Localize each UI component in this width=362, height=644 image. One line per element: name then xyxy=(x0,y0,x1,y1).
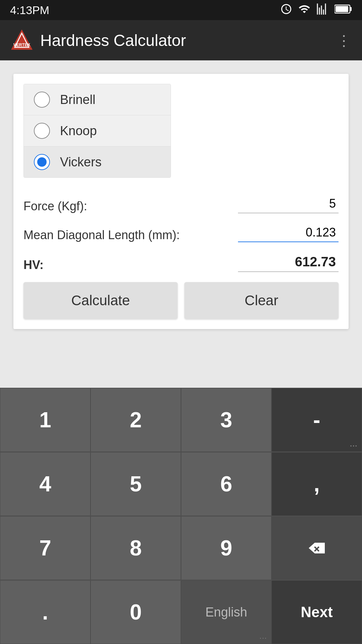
key-backspace[interactable] xyxy=(272,516,362,580)
vertex-logo: VERTEX xyxy=(10,29,34,52)
radio-knoop[interactable]: Knoop xyxy=(24,115,171,147)
key-7[interactable]: 7 xyxy=(0,516,90,580)
status-bar: 4:13PM xyxy=(0,0,362,20)
app-title: Hardness Calculator xyxy=(40,31,186,50)
keyboard-row-1: 1 2 3 - ... xyxy=(0,388,362,452)
radio-vickers-circle xyxy=(34,154,50,170)
calculate-button[interactable]: Calculate xyxy=(23,282,178,319)
force-label: Force (Kgf): xyxy=(23,199,238,213)
radio-vickers-label: Vickers xyxy=(60,155,102,169)
key-9[interactable]: 9 xyxy=(181,516,272,580)
radio-brinell[interactable]: Brinell xyxy=(24,84,171,115)
calculator-card: Brinell Knoop Vickers Force (Kgf): Mean … xyxy=(13,74,349,329)
numeric-keyboard: 1 2 3 - ... 4 5 6 , 7 8 xyxy=(0,388,362,644)
key-4[interactable]: 4 xyxy=(0,452,90,516)
key-0[interactable]: 0 xyxy=(90,580,181,644)
alarm-icon xyxy=(280,3,292,17)
backspace-icon xyxy=(307,541,326,555)
key-dash-dots: ... xyxy=(350,440,358,448)
app-bar: VERTEX Hardness Calculator ⋮ xyxy=(0,20,362,60)
key-period[interactable]: . xyxy=(0,580,90,644)
mean-diagonal-label: Mean Diagonal Length (mm): xyxy=(23,228,238,242)
keyboard-row-4: . 0 English ... Next xyxy=(0,580,362,644)
key-dash[interactable]: - ... xyxy=(272,388,362,452)
key-english[interactable]: English ... xyxy=(181,580,272,644)
key-8[interactable]: 8 xyxy=(90,516,181,580)
radio-brinell-label: Brinell xyxy=(60,93,96,107)
overflow-menu-button[interactable]: ⋮ xyxy=(337,32,352,49)
radio-knoop-label: Knoop xyxy=(60,124,97,138)
key-2[interactable]: 2 xyxy=(90,388,181,452)
force-input[interactable] xyxy=(238,195,339,213)
keyboard-row-3: 7 8 9 xyxy=(0,516,362,580)
signal-icon xyxy=(316,3,328,17)
clear-button[interactable]: Clear xyxy=(184,282,339,319)
force-field-row: Force (Kgf): xyxy=(23,195,339,213)
key-next[interactable]: Next xyxy=(272,580,362,644)
hv-result-row: HV: 612.73 xyxy=(23,252,339,272)
svg-text:VERTEX: VERTEX xyxy=(13,43,31,47)
main-content: Brinell Knoop Vickers Force (Kgf): Mean … xyxy=(0,60,362,339)
key-english-dots: ... xyxy=(259,633,267,640)
app-bar-left: VERTEX Hardness Calculator xyxy=(10,29,186,52)
key-5[interactable]: 5 xyxy=(90,452,181,516)
key-6[interactable]: 6 xyxy=(181,452,272,516)
key-comma[interactable]: , xyxy=(272,452,362,516)
hardness-type-radio-group: Brinell Knoop Vickers xyxy=(23,84,171,178)
status-time: 4:13PM xyxy=(10,4,49,17)
mean-diagonal-field-row: Mean Diagonal Length (mm): xyxy=(23,223,339,242)
status-icons xyxy=(280,3,352,17)
battery-icon xyxy=(335,4,352,16)
radio-knoop-circle xyxy=(34,123,50,139)
keyboard-row-2: 4 5 6 , xyxy=(0,452,362,516)
svg-rect-1 xyxy=(350,7,352,11)
wifi-icon xyxy=(298,3,310,17)
radio-vickers[interactable]: Vickers xyxy=(24,147,171,177)
action-buttons: Calculate Clear xyxy=(23,282,339,319)
key-1[interactable]: 1 xyxy=(0,388,90,452)
hv-label: HV: xyxy=(23,258,238,272)
key-3[interactable]: 3 xyxy=(181,388,272,452)
radio-brinell-circle xyxy=(34,92,50,108)
hv-value: 612.73 xyxy=(238,252,339,272)
mean-diagonal-input[interactable] xyxy=(238,223,339,242)
svg-rect-2 xyxy=(336,6,348,12)
